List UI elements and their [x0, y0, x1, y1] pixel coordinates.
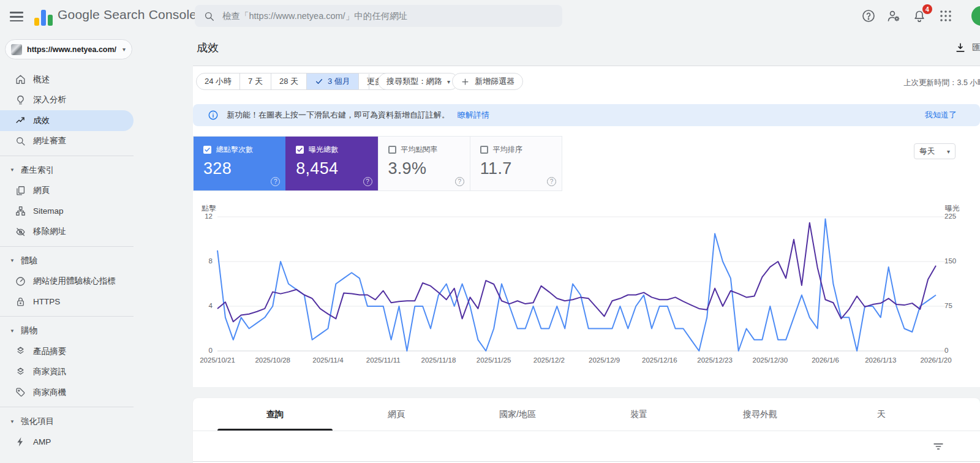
collapse-arrow-icon: ▼	[10, 419, 16, 424]
sidebar-item-label: 商家商機	[33, 387, 66, 398]
range-24h-button[interactable]: 24 小時	[196, 73, 240, 90]
tab-dates[interactable]: 天	[821, 398, 942, 431]
banner-text: 新功能！在圖表上按一下滑鼠右鍵，即可為資料新增自訂註解。	[227, 110, 450, 121]
average-position-card[interactable]: 平均排序 11.7 ?	[470, 137, 562, 190]
granularity-dropdown[interactable]: 每天 ▾	[914, 143, 956, 159]
add-filter-chip[interactable]: 新增篩選器	[452, 73, 523, 90]
clicks-checkbox[interactable]	[203, 146, 211, 154]
check-icon	[315, 77, 323, 86]
property-favicon	[11, 44, 22, 55]
position-checkbox[interactable]	[480, 146, 488, 154]
sidebar-section-label: 購物	[21, 325, 37, 336]
metric-label: 總點擊次數	[216, 145, 253, 155]
sidebar-item-overview[interactable]: 概述	[0, 69, 134, 90]
got-it-button[interactable]: 我知道了	[925, 110, 957, 121]
sidebar-section-label: 產生索引	[21, 165, 54, 176]
range-3mo-button[interactable]: 3 個月	[306, 73, 359, 90]
sidebar-item-merchant-listings[interactable]: 商家資訊	[0, 362, 134, 383]
sidebar-divider	[0, 407, 134, 407]
metric-help-icon[interactable]: ?	[547, 177, 556, 186]
metric-help-icon[interactable]: ?	[271, 177, 280, 186]
sidebar-item-label: HTTPS	[33, 297, 60, 306]
sidebar-item-label: 網頁	[33, 185, 50, 196]
search-type-label: 搜尋類型：網路	[386, 76, 442, 87]
page-title: 成效	[197, 40, 219, 55]
sidebar-item-insights[interactable]: 深入分析	[0, 90, 134, 111]
right-axis-tick-label: 225	[944, 213, 956, 220]
tab-pages[interactable]: 網頁	[336, 398, 457, 431]
metric-help-icon[interactable]: ?	[455, 177, 464, 186]
layers-icon	[14, 345, 26, 358]
home-icon	[14, 73, 26, 86]
sidebar-item-label: 概述	[33, 74, 50, 85]
average-ctr-card[interactable]: 平均點閱率 3.9% ?	[378, 137, 470, 190]
lock-icon	[14, 296, 26, 308]
sidebar-section-label: 體驗	[21, 255, 37, 266]
sidebar-section-shopping[interactable]: ▼ 購物	[0, 321, 134, 342]
search-type-chip[interactable]: 搜尋類型：網路 ▾	[378, 73, 459, 90]
tab-countries[interactable]: 國家/地區	[457, 398, 578, 431]
collapse-arrow-icon: ▼	[10, 167, 16, 173]
ctr-checkbox[interactable]	[388, 146, 396, 154]
sidebar-section-enhancements[interactable]: ▼ 強化項目	[0, 412, 134, 432]
x-axis-tick-label: 2025/11/25	[477, 356, 511, 364]
property-selector[interactable]: https://www.netyea.com/ ▾	[5, 39, 132, 59]
metric-help-icon[interactable]: ?	[363, 177, 372, 186]
help-icon[interactable]	[861, 9, 876, 23]
gauge-icon	[14, 275, 26, 287]
x-axis-tick-label: 2025/10/28	[255, 356, 290, 364]
metric-label: 曝光總數	[309, 145, 338, 155]
sidebar-item-amp[interactable]: AMP	[0, 432, 134, 453]
tab-search-appearance[interactable]: 搜尋外觀	[699, 398, 821, 431]
search-console-logo-icon[interactable]	[34, 6, 53, 26]
sidebar-section-indexing[interactable]: ▼ 產生索引	[0, 160, 134, 181]
url-inspection-searchbox[interactable]	[195, 5, 562, 27]
chart-canvas[interactable]	[193, 202, 980, 371]
total-impressions-card[interactable]: 曝光總數 8,454 ?	[285, 137, 377, 190]
filter-list-icon[interactable]	[932, 440, 945, 453]
tab-queries[interactable]: 查詢	[214, 398, 336, 431]
url-inspection-input[interactable]	[222, 11, 554, 21]
account-avatar[interactable]	[971, 6, 980, 26]
range-label: 3 個月	[328, 76, 350, 87]
sidebar-item-shopping-opportunities[interactable]: 商家商機	[0, 382, 134, 403]
app-title: Google Search Console	[58, 7, 197, 22]
granularity-label: 每天	[919, 146, 935, 157]
menu-icon[interactable]	[10, 9, 23, 23]
sidebar-item-url-inspection[interactable]: 網址審查	[0, 131, 134, 152]
layers-icon	[14, 366, 26, 378]
series-line-點擊[interactable]	[217, 219, 936, 351]
dimensions-table-card: 查詢 網頁 國家/地區 裝置 搜尋外觀 天	[193, 398, 980, 463]
sidebar-item-label: 產品摘要	[33, 346, 66, 357]
range-28d-button[interactable]: 28 天	[271, 73, 307, 90]
sidebar-item-core-web-vitals[interactable]: 網站使用體驗核心指標	[0, 271, 134, 292]
impressions-checkbox[interactable]	[296, 146, 304, 154]
sidebar-item-https[interactable]: HTTPS	[0, 292, 134, 312]
pages-icon	[14, 184, 26, 197]
check-icon	[296, 146, 303, 153]
metric-value: 3.9%	[388, 159, 470, 178]
metric-value: 11.7	[480, 159, 562, 178]
sidebar-item-performance[interactable]: 成效	[0, 110, 134, 131]
table-toolbar	[193, 431, 980, 462]
sidebar-section-experience[interactable]: ▼ 體驗	[0, 250, 134, 271]
sidebar-item-sitemaps[interactable]: Sitemap	[0, 201, 134, 222]
x-axis-tick-label: 2025/12/16	[642, 356, 677, 364]
plus-icon	[461, 77, 470, 86]
total-clicks-card[interactable]: 總點擊次數 328 ?	[194, 137, 285, 190]
google-apps-grid-icon[interactable]	[938, 9, 953, 23]
learn-more-link[interactable]: 瞭解詳情	[458, 110, 489, 121]
x-axis-tick-label: 2025/12/23	[697, 356, 733, 364]
x-axis-tick-label: 2025/12/2	[533, 356, 565, 364]
top-app-bar: Google Search Console 4	[0, 0, 980, 32]
user-settings-icon[interactable]	[886, 9, 901, 23]
range-7d-button[interactable]: 7 天	[239, 73, 271, 90]
tab-devices[interactable]: 裝置	[578, 398, 699, 431]
sidebar-item-pages[interactable]: 網頁	[0, 181, 134, 201]
export-button[interactable]: 匯出	[954, 42, 980, 54]
x-axis-tick-label: 2025/10/21	[200, 356, 235, 364]
sidebar-item-product-snippets[interactable]: 產品摘要	[0, 341, 134, 362]
performance-chart[interactable]: 點擊 曝光 048120751502252025/10/212025/10/28…	[193, 202, 980, 371]
sidebar-item-removals[interactable]: 移除網址	[0, 222, 134, 243]
sidebar-section-label: 強化項目	[21, 416, 54, 427]
